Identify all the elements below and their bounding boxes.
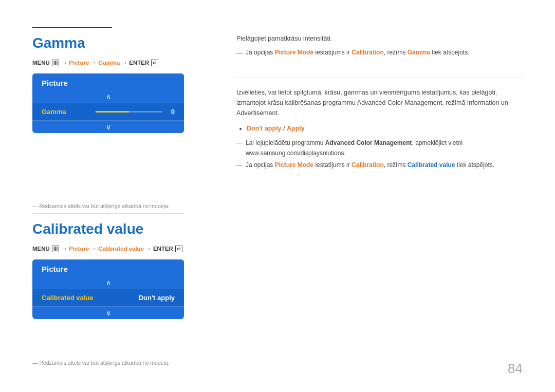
gamma-title: Gamma (32, 35, 184, 51)
gamma-right-note: ― Ja opcijas Picture Mode iestatījums ir… (236, 48, 523, 58)
calibrated-right-note1: ― Lai lejupielādētu programmu Advanced C… (236, 138, 523, 158)
calibrated-row-label: Calibrated value (42, 294, 93, 302)
bullet-slash: / (283, 125, 287, 132)
note1-text: Lai lejupielādētu programmu Advanced Col… (246, 138, 523, 158)
gamma-arrow-up: ∧ (32, 90, 184, 103)
left-divider (32, 213, 184, 214)
calibrated-bullet-list: Don't apply / Apply (243, 123, 523, 134)
right-column: Pielāgojiet pamatkrāsu intensitāti. ― Ja… (236, 33, 523, 172)
page-container: Gamma MENU III → Picture → Gamma → ENTER… (0, 0, 555, 392)
calibrated-arrow-down: ∨ (32, 307, 184, 319)
calibrated-section: Calibrated value MENU III → Picture → Ca… (32, 221, 184, 325)
page-number: 84 (508, 361, 523, 377)
calibrated-box-header: Picture (32, 259, 184, 276)
calibrated-menu-path: MENU III → Picture → Calibrated value → … (32, 246, 184, 252)
gamma-row-label: Gamma (42, 108, 66, 116)
bullet-apply: Apply (287, 125, 305, 132)
gamma-section: Gamma MENU III → Picture → Gamma → ENTER… (32, 35, 184, 139)
calibrated-picture-box: Picture ∧ Calibrated value Don't apply ∨ (32, 259, 184, 319)
gamma-box-header: Picture (32, 73, 184, 90)
calibrated-title: Calibrated value (32, 221, 184, 237)
gamma-row: Gamma 0 (32, 103, 184, 121)
gamma-right-desc: Pielāgojiet pamatkrāsu intensitāti. (236, 33, 523, 44)
gamma-arrow-down: ∨ (32, 121, 184, 133)
calibrated-bullet-item: Don't apply / Apply (247, 123, 523, 134)
calibrated-right-desc: Izvēlieties, vai lietot spilgtuma, krāsu… (236, 87, 523, 118)
gamma-note: ― Redzamais attēls var būt atšķirīgs atk… (32, 203, 170, 209)
note2-dash: ― (236, 160, 243, 170)
calibrated-note: ― Redzamais attēls var būt atšķirīgs atk… (32, 360, 170, 366)
gamma-slider-track (96, 111, 162, 113)
calibrated-arrow-up: ∧ (32, 276, 184, 289)
right-divider (236, 78, 523, 78)
calibrated-right-note2: ― Ja opcijas Picture Mode iestatījums ir… (236, 160, 523, 170)
note2-text: Ja opcijas Picture Mode iestatījums ir C… (246, 160, 494, 170)
note1-dash: ― (236, 138, 243, 148)
calibrated-row-value: Don't apply (139, 294, 175, 302)
gamma-slider-fill (96, 111, 129, 113)
gamma-picture-box: Picture ∧ Gamma 0 ∨ (32, 73, 184, 133)
calibrated-row: Calibrated value Don't apply (32, 289, 184, 307)
gamma-slider-value: 0 (166, 108, 175, 116)
top-line (32, 27, 523, 27)
note-dash: ― (236, 48, 243, 58)
gamma-menu-path: MENU III → Picture → Gamma → ENTER ↵ (32, 60, 184, 66)
gamma-slider-container: 0 (96, 108, 175, 116)
bullet-dont-apply: Don't apply (247, 125, 282, 132)
gamma-note-text: Ja opcijas Picture Mode iestatījums ir C… (246, 48, 470, 58)
